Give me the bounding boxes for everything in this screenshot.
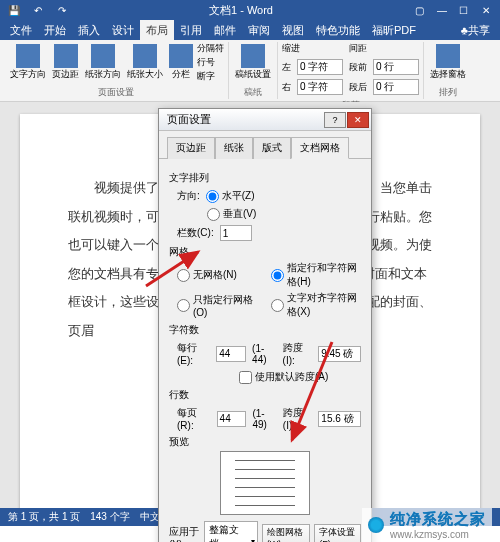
ribbon-options-icon[interactable]: ▢	[410, 2, 430, 18]
size-button[interactable]: 纸张大小	[125, 42, 165, 83]
indent-label: 缩进	[282, 42, 343, 55]
draw-grid-button[interactable]: 绘图网格(W)...	[262, 524, 311, 543]
dialog-tab-paper[interactable]: 纸张	[215, 137, 253, 159]
margins-button[interactable]: 页边距	[50, 42, 81, 83]
page-setup-dialog: 页面设置 ? ✕ 页边距 纸张 版式 文档网格 文字排列 方向: 水平(Z) 垂…	[158, 108, 372, 542]
per-line-input[interactable]: 44	[216, 346, 246, 362]
watermark: 纯净系统之家 www.kzmsys.com	[362, 508, 492, 542]
window-titlebar: 💾 ↶ ↷ 文档1 - Word ▢ — ☐ ✕	[0, 0, 500, 20]
close-icon[interactable]: ✕	[476, 2, 496, 18]
no-grid-radio[interactable]: 无网格(N)	[177, 261, 267, 289]
line-pitch-input[interactable]: 15.6 磅	[318, 411, 361, 427]
ribbon-tabs: 文件 开始 插入 设计 布局 引用 邮件 审阅 视图 特色功能 福昕PDF ♣ …	[0, 20, 500, 40]
arrange-group-label: 排列	[439, 86, 457, 99]
tab-layout[interactable]: 布局	[140, 20, 174, 40]
redo-icon[interactable]: ↷	[52, 2, 72, 18]
preview-box	[220, 451, 310, 515]
watermark-logo-icon	[368, 517, 384, 533]
dialog-tab-margins[interactable]: 页边距	[167, 137, 215, 159]
save-icon[interactable]: 💾	[4, 2, 24, 18]
status-page[interactable]: 第 1 页，共 1 页	[8, 510, 80, 524]
document-title: 文档1 - Word	[209, 3, 273, 18]
indent-left-input[interactable]: 0 字符	[297, 59, 343, 75]
tab-home[interactable]: 开始	[38, 20, 72, 40]
align-char-grid-radio[interactable]: 文字对齐字符网格(X)	[271, 291, 361, 319]
dialog-title: 页面设置	[167, 112, 211, 127]
breaks-button[interactable]: 分隔符	[197, 42, 224, 55]
text-direction-button[interactable]: 文字方向	[8, 42, 48, 83]
manuscript-group-label: 稿纸	[244, 86, 262, 99]
per-line-label: 每行(E):	[177, 341, 210, 366]
manuscript-button[interactable]: 稿纸设置	[233, 42, 273, 83]
hyphenation-button[interactable]: 断字	[197, 70, 224, 83]
tab-insert[interactable]: 插入	[72, 20, 106, 40]
font-settings-button[interactable]: 字体设置(F)...	[314, 524, 361, 543]
dialog-tab-layout[interactable]: 版式	[253, 137, 291, 159]
maximize-icon[interactable]: ☐	[454, 2, 474, 18]
char-pitch-input[interactable]: 9.45 磅	[318, 346, 361, 362]
tab-file[interactable]: 文件	[4, 20, 38, 40]
watermark-url: www.kzmsys.com	[390, 529, 486, 540]
share-button[interactable]: ♣ 共享	[455, 20, 496, 40]
line-numbers-button[interactable]: 行号	[197, 56, 224, 69]
apply-to-combo[interactable]: 整篇文档	[204, 521, 258, 542]
spacing-before-input[interactable]: 0 行	[373, 59, 419, 75]
per-page-input[interactable]: 44	[217, 411, 247, 427]
preview-label: 预览	[169, 435, 361, 449]
char-pitch-label: 跨度(I):	[283, 341, 313, 366]
tab-references[interactable]: 引用	[174, 20, 208, 40]
tab-view[interactable]: 视图	[276, 20, 310, 40]
dialog-help-icon[interactable]: ?	[324, 112, 346, 128]
columns-button[interactable]: 分栏	[167, 42, 195, 83]
char-line-grid-radio[interactable]: 指定行和字符网格(H)	[271, 261, 361, 289]
text-arrange-label: 文字排列	[169, 171, 361, 185]
share-label: 共享	[468, 23, 490, 38]
lines-label: 行数	[169, 388, 361, 402]
page-setup-group-label: 页面设置	[98, 86, 134, 99]
undo-icon[interactable]: ↶	[28, 2, 48, 18]
tab-special[interactable]: 特色功能	[310, 20, 366, 40]
per-page-range: (1-49)	[252, 408, 276, 430]
spacing-after-input[interactable]: 0 行	[373, 79, 419, 95]
direction-vertical-radio[interactable]: 垂直(V)	[207, 207, 256, 221]
dialog-tab-docgrid[interactable]: 文档网格	[291, 137, 349, 159]
tab-design[interactable]: 设计	[106, 20, 140, 40]
dialog-titlebar[interactable]: 页面设置 ? ✕	[159, 109, 371, 131]
tab-pdf[interactable]: 福昕PDF	[366, 20, 422, 40]
dialog-tabs: 页边距 纸张 版式 文档网格	[159, 131, 371, 159]
columns-label: 栏数(C):	[177, 226, 214, 240]
selection-pane-button[interactable]: 选择窗格	[428, 42, 468, 83]
grid-label: 网格	[169, 245, 361, 259]
per-page-label: 每页(R):	[177, 406, 211, 431]
chars-label: 字符数	[169, 323, 361, 337]
orientation-button[interactable]: 纸张方向	[83, 42, 123, 83]
minimize-icon[interactable]: —	[432, 2, 452, 18]
tab-review[interactable]: 审阅	[242, 20, 276, 40]
only-line-grid-radio[interactable]: 只指定行网格(O)	[177, 291, 267, 319]
line-pitch-label: 跨度(I):	[283, 406, 313, 431]
watermark-brand: 纯净系统之家	[390, 510, 486, 529]
dialog-close-icon[interactable]: ✕	[347, 112, 369, 128]
columns-input[interactable]: 1	[220, 225, 252, 241]
apply-to-label: 应用于(Y):	[169, 525, 200, 543]
spacing-label: 间距	[349, 42, 419, 55]
direction-label: 方向:	[177, 189, 200, 203]
tab-mailings[interactable]: 邮件	[208, 20, 242, 40]
use-default-pitch-checkbox[interactable]: 使用默认跨度(A)	[239, 370, 328, 384]
indent-right-input[interactable]: 0 字符	[297, 79, 343, 95]
per-line-range: (1-44)	[252, 343, 277, 365]
direction-horizontal-radio[interactable]: 水平(Z)	[206, 189, 255, 203]
status-word-count[interactable]: 143 个字	[90, 510, 129, 524]
ribbon: 文字方向 页边距 纸张方向 纸张大小 分栏 分隔符 行号 断字 页面设置 稿纸设…	[0, 40, 500, 102]
